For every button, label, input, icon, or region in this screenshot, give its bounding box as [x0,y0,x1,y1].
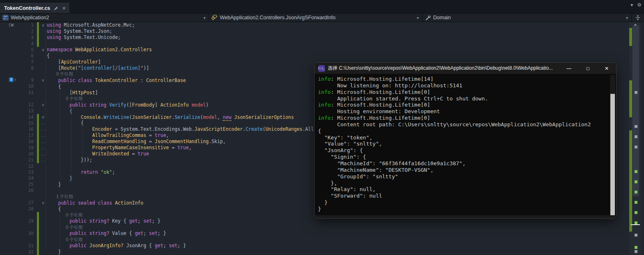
console-line: "MachineName": "DESKTOP-VSGN", [318,167,616,173]
change-tracking-bar [37,224,39,230]
change-tracking-bar [37,157,39,163]
console-line: } [318,199,616,206]
inheritance-margin-icon[interactable]: O↑ [9,77,16,82]
indent-guide [71,212,71,249]
outline-guide [46,29,46,252]
console-line: Hosting environment: Development [318,108,616,115]
chevron-down-icon: ▾ [203,16,206,20]
line-number: 32 [21,249,34,255]
console-window[interactable]: C:\_ 选择 C:\Users\snltty\source\repos\Web… [314,62,617,219]
fold-chevron-icon[interactable]: ∨ [39,23,47,27]
change-tracking-bar [37,28,39,34]
line-number: 7 [21,59,34,65]
change-tracking-bar [37,114,39,120]
indent-guide [82,120,83,163]
gear-icon[interactable]: ⚙ [637,2,642,8]
code-line: {▣1∨using Microsoft.AspNetCore.Mvc; [0,22,644,28]
line-number: 25 [21,182,34,187]
change-tracking-bar [37,41,39,47]
line-number: 27 [21,200,34,205]
code-line: 5∨namespace WebApplication2.Controllers [0,47,644,53]
visual-studio-window: TokenController.cs ✕ ▾ ⚙ WebApplication2… [0,0,644,255]
line-number: 13 [21,108,34,114]
window-dropdown-icon[interactable]: ▾ [630,2,633,8]
line-number: 12 [21,102,34,107]
codelens-references[interactable]: 0 个引用 [47,212,82,217]
line-number: 21 [21,157,34,163]
line-number: 30 [21,231,34,236]
minimize-button[interactable]: — [560,63,578,74]
line-number: 31 [21,243,34,248]
scrollbar-mark-green [635,201,637,204]
navigation-bar: WebApplication2 ▾ WebApplication2.Contro… [0,13,644,22]
console-title-bar[interactable]: C:\_ 选择 C:\Users\snltty\source\repos\Web… [315,63,616,74]
console-line: Now listening on: http://localhost:5141 [318,82,616,89]
line-number: 23 [21,169,34,175]
line-number: 16 [21,127,34,132]
type-dropdown-label: WebApplication2.Controllers.JsonArgSForw… [220,15,336,20]
scrollbar-mark-gray [635,146,637,148]
line-number: 3 [21,35,34,40]
split-editor-button[interactable] [632,14,644,22]
brace-box-icon: {▣ [8,22,14,27]
scrollbar-mark-gray [635,125,637,128]
line-number: 2 [21,29,34,34]
line-number: 14 [21,114,34,120]
console-line: info: Microsoft.Hosting.Lifetime[14] [318,76,616,82]
change-tracking-bar [37,151,39,157]
console-line: Content root path: C:\Users\snltty\sourc… [318,121,616,128]
line-number: 15 [21,121,34,126]
change-tracking-bar [37,120,39,126]
editor-scrollbar[interactable] [629,22,641,255]
line-number: 20 [21,151,34,157]
codelens-row: 0 个引用 [0,237,644,243]
line-number: 26 [21,188,34,193]
codelens-references[interactable]: 0 个引用 [47,225,82,230]
code-line: 4 [0,41,644,47]
console-line: "SForward": null [318,193,616,199]
line-number: 1 [21,23,34,28]
console-output: info: Microsoft.Hosting.Lifetime[14] Now… [315,74,616,215]
pin-icon[interactable] [54,6,58,11]
member-dropdown-label: Domain [433,15,451,20]
line-number: 18 [21,139,34,144]
project-dropdown[interactable]: WebApplication2 ▾ [0,14,209,22]
line-number: 24 [21,175,34,181]
change-tracking-bar [37,237,39,243]
scrollbar-mark-gray [635,250,637,253]
maximize-button[interactable]: □ [578,63,597,74]
tab-title: TokenController.cs [4,5,50,11]
indent-guide [71,89,71,184]
console-line: info: Microsoft.Hosting.Lifetime[0] [318,89,616,96]
member-dropdown[interactable]: Domain ▾ [422,14,632,22]
console-title: 选择 C:\Users\snltty\source\repos\WebAppli… [328,65,560,72]
console-line: "MachineId": "66f36f44fa16dc10e9a1c387", [318,160,616,167]
scrollbar-mark-green [635,170,637,173]
project-dropdown-label: WebApplication2 [11,15,49,20]
console-scrollbar[interactable] [610,75,615,214]
tab-tokencontroller[interactable]: TokenController.cs ✕ [0,3,69,13]
code-line: 29 public string? Key { get; set; } [0,218,644,224]
scrollbar-mark-green [635,191,637,194]
scrollbar-mark-green [635,211,637,214]
line-number: 22 [21,164,34,169]
line-number: 5 [21,47,34,52]
line-number: 8 [21,66,34,71]
code-line: 31 public JsonArgInfo? JsonArg { get; se… [0,243,644,249]
console-line: }, [318,180,616,187]
code-line: 32 } [0,249,644,255]
change-tracking-bar [37,22,39,28]
codelens-references[interactable]: 0 个引用 [47,237,82,242]
close-button[interactable]: ✕ [597,63,616,74]
console-line: "GroupId": "snltty" [318,173,616,180]
console-line: { [318,128,616,134]
console-scrollbar-thumb[interactable] [610,94,615,215]
type-dropdown[interactable]: WebApplication2.Controllers.JsonArgSForw… [209,14,422,22]
console-line: info: Microsoft.Hosting.Lifetime[0] [318,102,616,108]
change-tracking-bar [37,139,39,145]
change-tracking-bar [37,34,39,41]
codelens-references[interactable]: 0 个引用 [47,96,82,101]
close-icon[interactable]: ✕ [62,6,66,11]
indent-guide [60,59,60,248]
scrollbar-mark-gray [635,91,637,94]
